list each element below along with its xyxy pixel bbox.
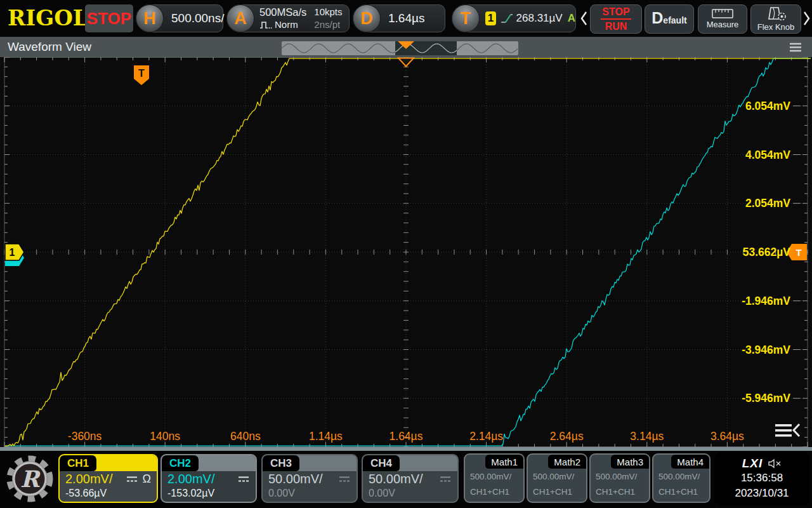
hamburger-menu-icon[interactable] <box>789 43 802 52</box>
memory-overview-strip[interactable] <box>282 41 518 55</box>
math-card-math4[interactable]: Math4 500.00mV/ CH1+CH1 <box>652 453 710 503</box>
oscilloscope-screen: RIGOL STOP H 500.00ns/ A 500MSa/s Norm 1… <box>0 0 812 508</box>
flex-knob-button[interactable]: Flex Knob <box>750 4 801 34</box>
trigger-settings-pill[interactable]: T 1 268.31µV A <box>452 4 576 32</box>
dc-coupling-icon <box>439 476 452 483</box>
svg-text:T: T <box>138 68 145 79</box>
mute-icon[interactable] <box>768 458 782 469</box>
pulse-icon <box>259 20 272 30</box>
horizontal-key-icon[interactable]: H <box>136 4 164 32</box>
horizontal-scale-pill[interactable]: H 500.00ns/ <box>136 4 223 32</box>
ch4-scale-value: 50.00mV/ <box>369 472 423 486</box>
svg-text:-3.946mV: -3.946mV <box>742 344 790 356</box>
ch3-offset-value: 0.00V <box>268 488 351 499</box>
math3-tab[interactable]: Math3 <box>611 455 649 469</box>
dc-coupling-icon <box>126 476 138 483</box>
waveform-plot-area[interactable]: T 1 T -360ns140ns640ns1.14µs1.64µs2.14µs… <box>0 57 812 447</box>
lxi-logo: LXI <box>742 457 763 471</box>
trigger-delay-marker[interactable] <box>398 58 414 67</box>
svg-text:640ns: 640ns <box>230 430 261 443</box>
acquire-mode-value: Norm <box>275 19 298 31</box>
trigger-position-flag[interactable]: T <box>134 65 149 85</box>
math1-expression: CH1+CH1 <box>470 485 518 500</box>
svg-text:6.054mV: 6.054mV <box>745 100 790 112</box>
svg-text:53.662µV: 53.662µV <box>743 246 791 258</box>
default-button[interactable]: Default <box>645 4 694 34</box>
svg-text:2.64µs: 2.64µs <box>550 430 584 443</box>
math2-tab[interactable]: Math2 <box>548 455 586 469</box>
system-status-panel[interactable]: LXI 15:36:58 2023/10/31 <box>714 452 809 505</box>
ch2-tab[interactable]: CH2 <box>162 455 199 471</box>
prev-page-icon[interactable] <box>580 10 587 27</box>
math-card-math1[interactable]: Math1 500.00mV/ CH1+CH1 <box>464 453 525 503</box>
acquire-settings-pill[interactable]: A 500MSa/s Norm 10kpts 2ns/pt <box>226 4 350 32</box>
sample-interval-value: 2ns/pt <box>314 18 342 31</box>
horizontal-delay-pill[interactable]: D 1.64µs <box>353 4 445 32</box>
ch2-offset-value: -153.02µV <box>167 488 250 499</box>
trigger-source-badge: 1 <box>485 11 496 25</box>
acquisition-status-badge: STOP <box>85 4 133 32</box>
ch1-tab[interactable]: CH1 <box>60 455 96 471</box>
acquire-key-icon[interactable]: A <box>226 4 254 32</box>
channel-card-ch1[interactable]: CH1 2.00mV/ Ω -53.66µV <box>58 454 158 503</box>
ch1-offset-value: -53.66µV <box>65 488 151 499</box>
delay-key-icon[interactable]: D <box>353 4 381 32</box>
svg-text:-1.946mV: -1.946mV <box>742 295 790 307</box>
ruler-icon <box>712 9 733 18</box>
math2-expression: CH1+CH1 <box>533 485 581 500</box>
dc-coupling-icon <box>237 476 250 483</box>
knob-icon <box>764 6 787 21</box>
math1-scale-value: 500.00mV/ <box>470 469 518 485</box>
rigol-logo: RIGOL <box>8 5 88 30</box>
channel-card-ch4[interactable]: CH4 50.00mV/ 0.00V <box>362 454 459 503</box>
math4-scale-value: 500.00mV/ <box>658 469 704 485</box>
next-page-icon[interactable] <box>803 10 811 27</box>
memory-depth-value: 10kpts <box>314 6 342 18</box>
expand-menu-icon[interactable] <box>775 424 799 437</box>
math2-scale-value: 500.00mV/ <box>533 469 581 485</box>
waveform-view-title: Waveform View <box>8 37 91 57</box>
ch3-scale-value: 50.00mV/ <box>268 472 323 486</box>
stop-run-button[interactable]: STOP RUN <box>590 4 642 34</box>
trigger-sweep-mode: A <box>568 12 575 25</box>
rising-edge-icon <box>500 11 513 25</box>
svg-text:-360ns: -360ns <box>68 430 102 443</box>
svg-text:140ns: 140ns <box>150 430 180 443</box>
channel-card-ch3[interactable]: CH3 50.00mV/ 0.00V <box>261 454 358 503</box>
waveform-view-titlebar: Waveform View <box>0 37 812 57</box>
rigol-gear-logo-button[interactable]: R <box>5 453 55 505</box>
bottom-statusbar: R CH1 2.00mV/ Ω -53.66µV <box>0 451 812 508</box>
math4-expression: CH1+CH1 <box>658 485 704 500</box>
graticule-svg: T 1 T -360ns140ns640ns1.14µs1.64µs2.14µs… <box>0 57 812 447</box>
horizontal-scale-value: 500.00ns/ <box>171 11 224 25</box>
svg-text:3.14µs: 3.14µs <box>630 430 664 443</box>
svg-text:2.054mV: 2.054mV <box>745 197 790 210</box>
math3-scale-value: 500.00mV/ <box>596 469 644 485</box>
top-toolbar: RIGOL STOP H 500.00ns/ A 500MSa/s Norm 1… <box>0 0 812 37</box>
ch1-scale-value: 2.00mV/ <box>65 472 112 486</box>
svg-text:R: R <box>20 465 41 492</box>
svg-text:-5.946mV: -5.946mV <box>742 392 790 404</box>
svg-text:T: T <box>796 247 801 258</box>
ch2-scale-value: 2.00mV/ <box>167 472 214 486</box>
math1-tab[interactable]: Math1 <box>485 455 523 469</box>
dc-coupling-icon <box>338 476 351 483</box>
math-card-math2[interactable]: Math2 500.00mV/ CH1+CH1 <box>527 453 587 503</box>
sample-rate-value: 500MSa/s <box>259 6 306 19</box>
svg-text:2.14µs: 2.14µs <box>469 430 503 443</box>
ch4-tab[interactable]: CH4 <box>363 455 400 471</box>
svg-text:1.64µs: 1.64µs <box>390 430 423 443</box>
math-card-math3[interactable]: Math3 500.00mV/ CH1+CH1 <box>589 453 650 503</box>
measure-button[interactable]: Measure <box>698 4 747 34</box>
delay-value: 1.64µs <box>388 11 424 25</box>
trigger-key-icon[interactable]: T <box>452 4 480 32</box>
math3-expression: CH1+CH1 <box>596 485 644 500</box>
axis-label-layer: -360ns140ns640ns1.14µs1.64µs2.14µs2.64µs… <box>68 100 790 443</box>
system-time: 15:36:58 <box>741 471 783 486</box>
system-date: 2023/10/31 <box>735 486 789 501</box>
channel-card-ch2[interactable]: CH2 2.00mV/ -153.02µV <box>160 454 257 503</box>
math4-tab[interactable]: Math4 <box>671 455 709 469</box>
svg-text:3.64µs: 3.64µs <box>710 430 744 443</box>
ch3-tab[interactable]: CH3 <box>263 455 299 471</box>
ch4-offset-value: 0.00V <box>369 488 452 499</box>
